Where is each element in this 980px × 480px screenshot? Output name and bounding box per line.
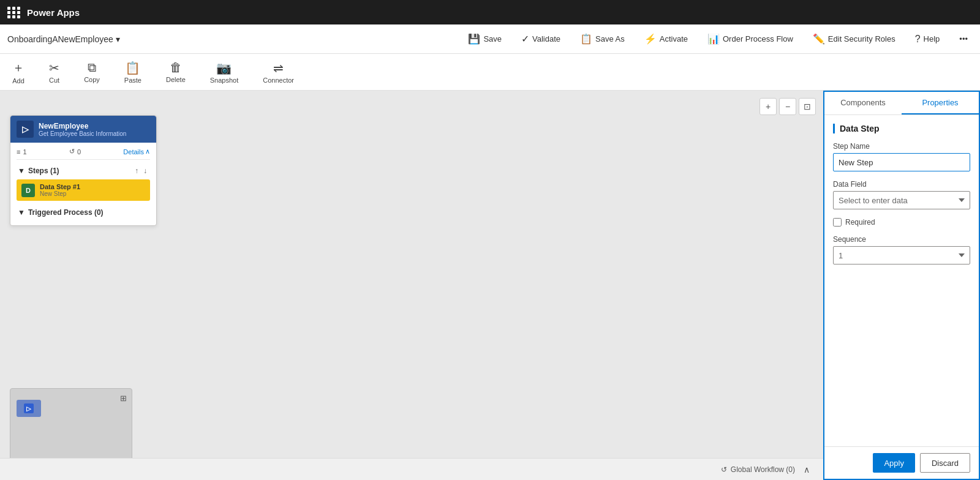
process-card-title-area: NewEmployee Get Employee Basic Informati… [39,122,150,137]
right-panel: Components Properties Data Step Step Nam… [823,91,980,480]
header-right: 💾 Save ✓ Validate 📋 Save As ⚡ Activate 📊… [463,31,973,47]
cut-icon: ✂ [49,61,59,75]
triggered-triangle-icon: ▼ [18,208,25,217]
connector-label: Connector [263,77,294,84]
discard-button[interactable]: Discard [920,453,970,473]
sequence-label: Sequence [833,235,970,244]
global-workflow-expand-button[interactable]: ∧ [800,463,813,476]
mini-map-node: ▷ [24,403,34,413]
mini-map-expand-icon[interactable]: ⊞ [120,394,127,403]
triggered-section-label: Triggered Process (0) [28,208,104,217]
save-as-button[interactable]: 📋 Save As [575,31,630,47]
tab-components[interactable]: Components [824,92,902,114]
process-card-body: ≡ 1 ↺ 0 Details ∧ ▼ [10,143,156,225]
activate-button[interactable]: ⚡ Activate [639,31,693,47]
zoom-out-button[interactable]: − [779,98,796,115]
save-label: Save [483,34,502,43]
edit-security-roles-button[interactable]: ✏️ Edit Security Roles [808,31,900,47]
header-left: OnboardingANewEmployee ▾ [7,34,120,44]
ribbon-delete[interactable]: 🗑 Delete [161,58,190,86]
steps-count: 1 [23,148,26,156]
sequence-select[interactable]: 1 [833,246,970,264]
ribbon-snapshot[interactable]: 📷 Snapshot [205,58,243,86]
copy-label: Copy [84,76,100,83]
step-sub: New Step [40,190,145,197]
connector-icon: ⇌ [273,61,284,75]
delete-icon: 🗑 [170,61,182,75]
paste-label: Paste [124,77,141,84]
add-label: Add [12,77,24,84]
zoom-in-icon: + [766,102,771,111]
panel-section-title: Data Step [833,124,970,133]
steps-header-left: ▼ Steps (1) [18,167,59,175]
zoom-fit-button[interactable]: ⊡ [799,98,816,115]
header-bar: OnboardingANewEmployee ▾ 💾 Save ✓ Valida… [0,24,980,54]
activate-icon: ⚡ [644,33,657,45]
steps-section: ▼ Steps (1) ↑ ↓ D Data Step #1 Ne [17,160,150,206]
data-field-select[interactable]: Select to enter data [833,191,970,209]
more-icon: ••• [959,34,968,43]
process-card-name: NewEmployee [39,122,150,130]
step-item[interactable]: D Data Step #1 New Step [17,179,150,201]
details-link[interactable]: Details ∧ [123,148,150,156]
ribbon-cut[interactable]: ✂ Cut [44,58,64,86]
data-field-label: Data Field [833,180,970,189]
ribbon-paste[interactable]: 📋 Paste [119,58,146,86]
ribbon-add[interactable]: ＋ Add [7,57,29,87]
details-chevron-icon: ∧ [145,148,150,156]
step-up-button[interactable]: ↑ [133,166,140,176]
required-row: Required [833,218,970,227]
save-as-label: Save As [595,34,625,43]
mini-map-content: ▷ [17,400,41,417]
ribbon-connector[interactable]: ⇌ Connector [258,58,299,86]
edit-security-roles-icon: ✏️ [813,33,825,45]
step-icon: D [21,184,35,197]
ribbon: ＋ Add ✂ Cut ⧉ Copy 📋 Paste 🗑 Delete 📷 Sn… [0,54,980,91]
zoom-in-button[interactable]: + [760,98,777,115]
app-title-dropdown-icon[interactable]: ▾ [116,34,120,44]
step-name-field-label: Step Name [833,142,970,151]
global-workflow-content: ↺ Global Workflow (0) [721,465,795,474]
steps-section-label: Steps (1) [28,167,59,175]
more-button[interactable]: ••• [954,32,973,46]
tab-properties-label: Properties [922,98,958,107]
tab-properties[interactable]: Properties [902,92,979,114]
ribbon-copy[interactable]: ⧉ Copy [79,58,105,86]
app-title-text: OnboardingANewEmployee [7,34,113,44]
order-process-flow-label: Order Process Flow [723,34,793,43]
meta-triggered: ↺ 0 [69,148,81,156]
snapshot-icon: 📷 [216,61,232,75]
help-button[interactable]: ? Help [910,31,945,47]
step-info: Data Step #1 New Step [40,183,145,197]
steps-triangle-icon: ▼ [18,167,25,175]
validate-button[interactable]: ✓ Validate [516,31,565,47]
required-checkbox[interactable] [833,218,842,227]
triggered-section: ▼ Triggered Process (0) [17,206,150,220]
step-down-button[interactable]: ↓ [141,166,149,176]
cut-label: Cut [49,77,59,84]
order-process-flow-button[interactable]: 📊 Order Process Flow [703,31,798,47]
process-card-icon: ▷ [17,121,34,138]
help-icon: ? [915,34,921,45]
process-card-meta: ≡ 1 ↺ 0 Details ∧ [17,148,150,160]
waffle-icon[interactable] [7,7,21,18]
steps-arrows: ↑ ↓ [133,166,149,176]
save-button[interactable]: 💾 Save [463,31,507,47]
triggered-count: 0 [77,148,81,156]
apply-button[interactable]: Apply [873,453,915,473]
panel-content: Data Step Step Name Data Field Select to… [824,115,979,446]
delete-label: Delete [166,76,186,83]
zoom-out-icon: − [785,102,790,111]
snapshot-label: Snapshot [210,77,238,84]
activate-label: Activate [660,34,688,43]
process-card-header: ▷ NewEmployee Get Employee Basic Informa… [10,116,156,143]
zoom-fit-icon: ⊡ [804,102,811,111]
meta-steps: ≡ 1 [17,148,27,156]
steps-header: ▼ Steps (1) ↑ ↓ [17,163,150,178]
global-workflow-bar: ↺ Global Workflow (0) ∧ [0,458,823,480]
canvas-area: + − ⊡ ▷ NewEmployee Get Employee Basic I… [0,91,823,480]
add-icon: ＋ [12,59,24,76]
step-name-input[interactable] [833,153,970,171]
panel-tabs: Components Properties [824,92,979,115]
app-title[interactable]: OnboardingANewEmployee ▾ [7,34,120,44]
